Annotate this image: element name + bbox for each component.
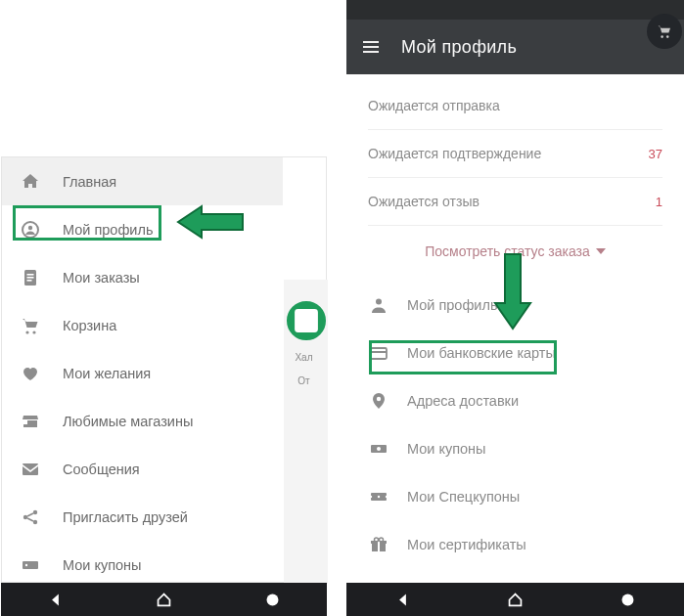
profile-item-pin[interactable]: Адреса доставки [346, 376, 684, 424]
list-icon-circle [287, 301, 326, 340]
profile-item-label: Мои Спецкупоны [407, 489, 520, 505]
pin-icon [368, 390, 389, 412]
status-item[interactable]: Ожидается подтверждение37 [346, 130, 684, 177]
menu-label: Мой профиль [63, 222, 153, 238]
left-content-strip: Хал От [284, 280, 328, 584]
svg-marker-38 [178, 206, 243, 238]
status-list: Ожидается отправкаОжидается подтверждени… [346, 74, 684, 234]
strip-label-2: От [297, 375, 309, 387]
header-title: Мой профиль [401, 37, 517, 58]
separator [368, 225, 662, 226]
menu-label: Мои желания [63, 366, 151, 381]
menu-item-store[interactable]: Любимые магазины [2, 397, 283, 445]
profile-item-label: Адреса доставки [407, 393, 519, 409]
orders-icon [20, 267, 41, 288]
gift-icon [368, 534, 389, 555]
nav-bar-left [1, 583, 327, 616]
nav-recent-button[interactable] [264, 592, 281, 608]
menu-item-share[interactable]: Пригласить друзей [2, 493, 283, 541]
status-label: Ожидается подтверждение [368, 146, 541, 161]
menu-label: Пригласить друзей [63, 509, 188, 525]
nav-home-button[interactable] [507, 592, 524, 608]
svg-marker-39 [495, 254, 530, 329]
status-label: Ожидается отзыв [368, 194, 480, 209]
nav-bar-right [346, 583, 684, 616]
highlight-bank-cards [369, 340, 557, 374]
status-label: Ожидается отправка [368, 98, 500, 113]
left-drawer-panel: ГлавнаяМой профильМои заказыКорзинаМои ж… [1, 156, 327, 583]
share-icon [20, 506, 41, 528]
status-bar [346, 0, 684, 20]
menu-label: Сообщения [63, 462, 140, 477]
arrow-pointing-left [176, 200, 247, 243]
ticket-icon [368, 486, 389, 507]
nav-back-button[interactable] [394, 592, 411, 608]
menu-item-home[interactable]: Главная [2, 157, 283, 205]
menu-label: Любимые магазины [63, 414, 193, 429]
profile-item-label: Мои сертификаты [407, 537, 526, 552]
status-count: 1 [656, 195, 662, 209]
menu-item-coupon[interactable]: Мои купоны [2, 541, 283, 589]
menu-label: Корзина [63, 318, 116, 333]
person-icon [368, 294, 389, 316]
status-item[interactable]: Ожидается отправка [346, 82, 684, 129]
cart-icon [20, 315, 41, 336]
strip-label-1: Хал [295, 352, 312, 364]
money-icon [368, 438, 389, 460]
profile-item-label: Мои купоны [407, 441, 486, 457]
profile-item-ticket[interactable]: Мои Спецкупоны [346, 472, 684, 520]
menu-item-cart[interactable]: Корзина [2, 301, 283, 349]
profile-item-money[interactable]: Мои купоны [346, 424, 684, 472]
status-item[interactable]: Ожидается отзыв1 [346, 178, 684, 225]
hamburger-icon[interactable] [360, 36, 382, 58]
menu-item-orders[interactable]: Мои заказы [2, 253, 283, 301]
heart-icon [20, 363, 41, 384]
profile-item-label: Мой профиль [407, 297, 497, 313]
menu-item-heart[interactable]: Мои желания [2, 349, 283, 397]
mail-icon [20, 459, 41, 480]
home-icon [20, 171, 41, 193]
right-header: Мой профиль [346, 20, 684, 74]
status-count: 37 [649, 147, 662, 161]
caret-down-icon [596, 248, 606, 254]
menu-label: Мои купоны [63, 557, 142, 573]
menu-label: Главная [63, 174, 116, 190]
menu-item-mail[interactable]: Сообщения [2, 445, 283, 493]
nav-recent-button[interactable] [619, 592, 636, 608]
nav-back-button[interactable] [47, 592, 64, 608]
coupon-icon [20, 554, 41, 576]
profile-item-gift[interactable]: Мои сертификаты [346, 520, 684, 568]
store-icon [20, 411, 41, 432]
arrow-pointing-down [491, 252, 534, 330]
nav-home-button[interactable] [156, 592, 172, 608]
cart-bubble[interactable] [647, 14, 682, 49]
profile-icon [20, 219, 41, 241]
menu-label: Мои заказы [63, 270, 140, 286]
